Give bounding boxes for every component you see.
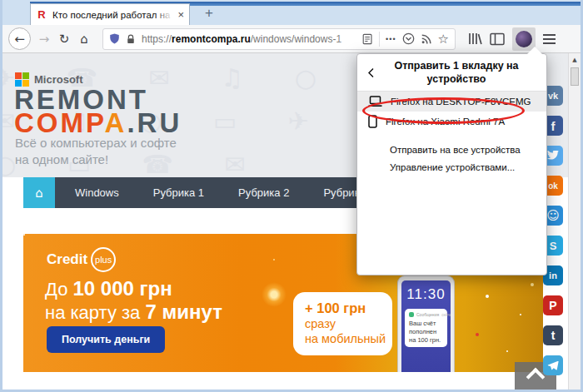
send-tab-panel: Отправить 1 вкладку на устройство Firefo… [356, 53, 547, 275]
menu-hamburger-icon[interactable] [543, 34, 556, 44]
site-tagline: Всё о компьютерах и софте на одном сайте… [15, 135, 177, 169]
phone-clock: 11:30 [401, 286, 451, 303]
creditplus-logo: Credit plus [47, 247, 116, 272]
tumblr-icon[interactable]: t [543, 325, 563, 345]
browser-window: R Кто последний работал на мо × + ← → ↻ … [0, 0, 583, 392]
nav-item-rubrika1[interactable]: Рубрика 1 [139, 177, 218, 208]
browser-tab[interactable]: R Кто последний работал на мо × [30, 3, 190, 25]
sparkle-decoration [262, 282, 287, 307]
toolbar-right [467, 27, 556, 51]
page-scrollbar[interactable]: ▲ [568, 53, 581, 390]
send-to-all-devices[interactable]: Отправить на все устройства [357, 141, 546, 159]
messages-app-icon [409, 312, 414, 317]
home-button[interactable]: ⌂ [74, 29, 94, 49]
pinterest-icon[interactable]: P [543, 295, 563, 315]
window-border [0, 0, 2, 392]
panel-header: Отправить 1 вкладку на устройство [357, 54, 546, 91]
lock-icon [126, 33, 136, 45]
back-chevron-icon[interactable] [367, 67, 375, 78]
dropdown-anchor-arrow [527, 47, 542, 54]
bookmark-star-icon[interactable]: ☆ [438, 32, 449, 47]
panel-title: Отправить 1 вкладку на устройство [375, 59, 538, 87]
library-icon[interactable] [467, 32, 482, 46]
back-button[interactable]: ← [8, 27, 31, 50]
new-tab-button[interactable]: + [205, 5, 213, 22]
rss-icon[interactable] [421, 33, 432, 45]
urlbar-separator [379, 32, 380, 47]
confetti-decoration [23, 234, 25, 236]
account-avatar [516, 31, 532, 47]
phone-notification: Сообщения сейчас Ваш счёт пополнен на 10… [405, 309, 447, 347]
chevron-up-icon [526, 368, 546, 387]
manage-devices[interactable]: Управление устройствами... [357, 159, 546, 176]
site-favicon-icon: R [36, 9, 47, 21]
nav-item-rubrika2[interactable]: Рубрика 2 [224, 177, 303, 208]
banner-headline: До 10 000 грн на карту за 7 минут [45, 277, 222, 323]
scrollbar-up-arrow[interactable]: ▲ [569, 53, 581, 67]
page-actions-icon[interactable]: ••• [386, 35, 396, 43]
reader-mode-icon[interactable] [362, 33, 373, 45]
nav-home-button[interactable]: ⌂ [23, 177, 55, 208]
panel-actions: Отправить на все устройства Управление у… [357, 141, 546, 176]
get-money-button[interactable]: Получить деньги [47, 326, 165, 353]
forward-button[interactable]: → [34, 29, 54, 49]
tab-bar: R Кто последний работал на мо × + [2, 0, 581, 25]
tab-title: Кто последний работал на мо [52, 10, 172, 20]
promo-card: + 100 грн сразу на мобильный [293, 292, 392, 355]
annotation-ellipse [362, 97, 525, 124]
telegram-icon[interactable] [543, 355, 563, 375]
sidebar-toggle-icon[interactable] [490, 32, 505, 46]
reload-button[interactable]: ↻ [54, 29, 74, 49]
url-text: https://remontcompa.ru/windows/windows-1 [142, 33, 356, 45]
tracking-protection-shield-icon[interactable] [109, 32, 120, 45]
url-bar[interactable]: https://remontcompa.ru/windows/windows-1… [102, 28, 456, 50]
nav-item-windows[interactable]: Windows [61, 177, 133, 208]
phone-screen: 11:30 Сообщения сейчас Ваш счёт пополнен… [401, 280, 451, 372]
phone-mockup: 11:30 Сообщения сейчас Ваш счёт пополнен… [397, 275, 455, 372]
tab-close-icon[interactable]: × [177, 8, 184, 21]
pocket-icon[interactable] [402, 32, 415, 45]
scrollbar-thumb[interactable] [571, 67, 579, 86]
navigation-toolbar: ← → ↻ ⌂ https://remontcompa.ru/windows/w… [2, 25, 581, 53]
